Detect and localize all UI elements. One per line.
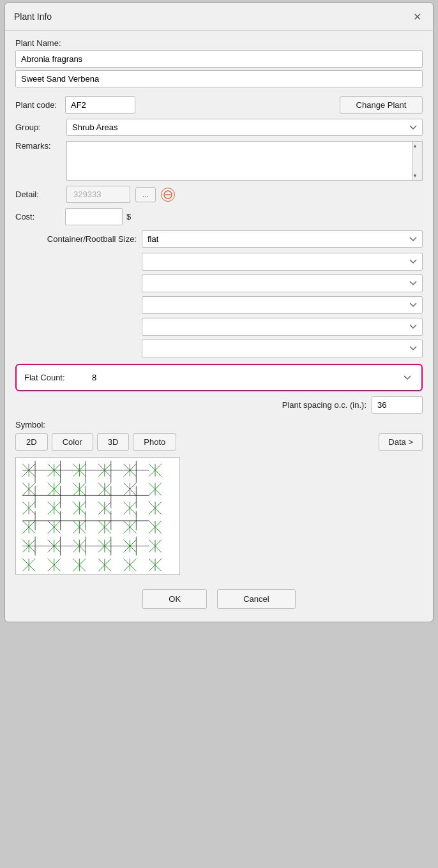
symbol-label: Symbol: [15,420,423,430]
plant-code-label: Plant code: [15,100,60,110]
plant-spacing-input[interactable] [372,396,423,414]
symbol-color-button[interactable]: Color [52,433,93,451]
change-plant-button[interactable]: Change Plant [340,96,423,114]
remarks-textarea[interactable] [67,142,412,180]
extra-dropdown-3[interactable] [142,296,423,314]
cost-label: Cost: [15,212,61,221]
dialog-title: Plant Info [14,11,52,22]
detail-label: Detail: [15,190,61,199]
extra-dropdown-5-row [15,340,423,357]
flat-count-select[interactable]: 1 2 3 4 5 6 7 8 9 10 [87,370,414,385]
scientific-name-input[interactable] [15,50,423,68]
extra-dropdown-1-row [15,253,423,271]
group-row: Group: Shrub Areas Trees Ground Cover Pe… [15,119,423,136]
flat-count-label: Flat Count: [24,373,82,382]
footer-buttons: OK Cancel [15,583,423,611]
cancel-button[interactable]: Cancel [217,589,295,609]
extra-dropdown-4[interactable] [142,318,423,336]
scroll-down-icon[interactable]: ▼ [412,173,422,179]
close-button[interactable]: ✕ [410,10,424,24]
cost-input[interactable] [65,208,123,225]
remarks-label: Remarks: [15,141,61,151]
no-entry-icon [163,190,172,199]
extra-dropdown-2-row [15,274,423,292]
extra-dropdown-1[interactable] [142,253,423,271]
plant-symbol-preview [15,457,180,575]
data-button[interactable]: Data > [379,433,423,451]
plant-name-label: Plant Name: [15,38,423,48]
detail-ellipsis-button[interactable]: ... [135,187,156,202]
title-bar: Plant Info ✕ [5,3,433,31]
symbol-photo-button[interactable]: Photo [133,433,176,451]
detail-value: 329333 [66,186,130,203]
container-select[interactable]: flat 1 gal 5 gal 15 gal 24" box [142,230,423,248]
symbol-3d-button[interactable]: 3D [97,433,130,451]
ok-button[interactable]: OK [142,589,207,609]
plant-spacing-label: Plant spacing o.c. (in.): [282,400,366,410]
scroll-up-icon[interactable]: ▲ [412,143,422,149]
container-row: Container/Rootball Size: flat 1 gal 5 ga… [15,230,423,248]
remarks-input-wrapper: ▲ ▼ [66,141,423,181]
group-label: Group: [15,123,61,132]
plant-name-section: Plant Name: [15,38,423,90]
remarks-scrollbar: ▲ ▼ [412,142,422,180]
symbol-buttons-row: 2D Color 3D Photo Data > [15,433,423,451]
plant-code-row: Plant code: Change Plant [15,96,423,114]
plant-code-input[interactable] [65,96,135,114]
container-label: Container/Rootball Size: [15,234,137,244]
plant-symbol-svg [16,458,179,574]
cost-row: Cost: $ [15,208,423,225]
detail-row: Detail: 329333 ... [15,186,423,203]
flat-count-wrapper: Flat Count: 1 2 3 4 5 6 7 8 9 10 [15,364,423,391]
currency-symbol: $ [126,212,131,221]
no-entry-button[interactable] [161,188,175,202]
svg-rect-2 [16,458,179,574]
extra-dropdown-2[interactable] [142,274,423,292]
extra-dropdown-4-row [15,318,423,336]
common-name-input[interactable] [15,70,423,87]
extra-dropdown-5[interactable] [142,340,423,357]
remarks-row: Remarks: ▲ ▼ [15,141,423,181]
plant-info-dialog: Plant Info ✕ Plant Name: Plant code: Cha… [4,3,434,622]
extra-dropdown-3-row [15,296,423,314]
symbol-2d-button[interactable]: 2D [15,433,48,451]
dialog-content: Plant Name: Plant code: Change Plant Gro… [5,31,433,622]
plant-spacing-row: Plant spacing o.c. (in.): [15,396,423,414]
group-select[interactable]: Shrub Areas Trees Ground Cover Perennial… [66,119,423,136]
symbol-section: Symbol: 2D Color 3D Photo Data > [15,420,423,575]
